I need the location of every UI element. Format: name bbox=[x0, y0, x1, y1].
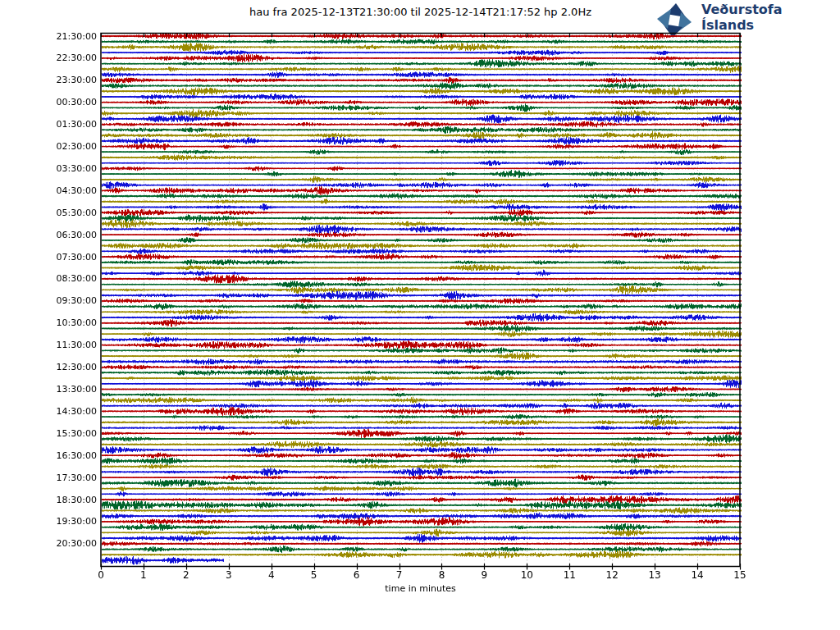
x-axis-label: 10 bbox=[514, 570, 539, 581]
y-axis-label: 00:30:00 bbox=[39, 97, 97, 107]
y-axis-label: 14:30:00 bbox=[39, 406, 97, 417]
y-axis-label: 13:30:00 bbox=[39, 384, 97, 395]
x-axis-label: 12 bbox=[600, 570, 624, 581]
x-axis-label: 2 bbox=[174, 570, 199, 581]
y-axis-label: 17:30:00 bbox=[39, 472, 97, 483]
y-axis-label: 19:30:00 bbox=[39, 516, 97, 527]
y-axis-label: 20:30:00 bbox=[39, 538, 97, 549]
y-axis-label: 16:30:00 bbox=[39, 450, 97, 461]
y-axis-label: 21:30:00 bbox=[39, 31, 97, 42]
y-axis-label: 15:30:00 bbox=[39, 428, 97, 439]
y-axis-label: 18:30:00 bbox=[39, 495, 97, 505]
y-axis-label: 23:30:00 bbox=[39, 75, 97, 85]
x-axis-label: 7 bbox=[387, 570, 412, 581]
x-axis-label: 3 bbox=[217, 570, 241, 581]
x-axis-label: 8 bbox=[429, 570, 454, 581]
x-axis-label: 4 bbox=[259, 570, 284, 581]
helicorder-page: hau fra 2025-12-13T21:30:00 til 2025-12-… bbox=[0, 0, 840, 630]
y-axis-label: 06:30:00 bbox=[39, 230, 97, 240]
x-axis-title: time in minutes bbox=[101, 583, 740, 594]
x-axis-label: 14 bbox=[685, 570, 710, 581]
y-axis-label: 02:30:00 bbox=[39, 141, 97, 152]
y-axis-label: 08:30:00 bbox=[39, 273, 97, 284]
y-axis-label: 01:30:00 bbox=[39, 119, 97, 130]
y-axis-label: 11:30:00 bbox=[39, 340, 97, 350]
y-axis-label: 10:30:00 bbox=[39, 317, 97, 328]
x-axis-label: 15 bbox=[728, 570, 752, 581]
x-axis-label: 6 bbox=[345, 570, 369, 581]
x-axis-label: 11 bbox=[557, 570, 582, 581]
x-axis-label: 0 bbox=[89, 570, 113, 581]
y-axis-label: 04:30:00 bbox=[39, 185, 97, 196]
y-axis-label: 12:30:00 bbox=[39, 362, 97, 372]
x-axis-label: 1 bbox=[131, 570, 156, 581]
y-axis-label: 22:30:00 bbox=[39, 52, 97, 63]
x-axis-label: 13 bbox=[642, 570, 667, 581]
x-axis-label: 9 bbox=[472, 570, 496, 581]
y-axis-label: 09:30:00 bbox=[39, 295, 97, 306]
seismogram-canvas bbox=[0, 0, 840, 630]
y-axis-label: 07:30:00 bbox=[39, 252, 97, 262]
y-axis-label: 05:30:00 bbox=[39, 208, 97, 218]
x-axis-label: 5 bbox=[302, 570, 326, 581]
y-axis-label: 03:30:00 bbox=[39, 163, 97, 174]
